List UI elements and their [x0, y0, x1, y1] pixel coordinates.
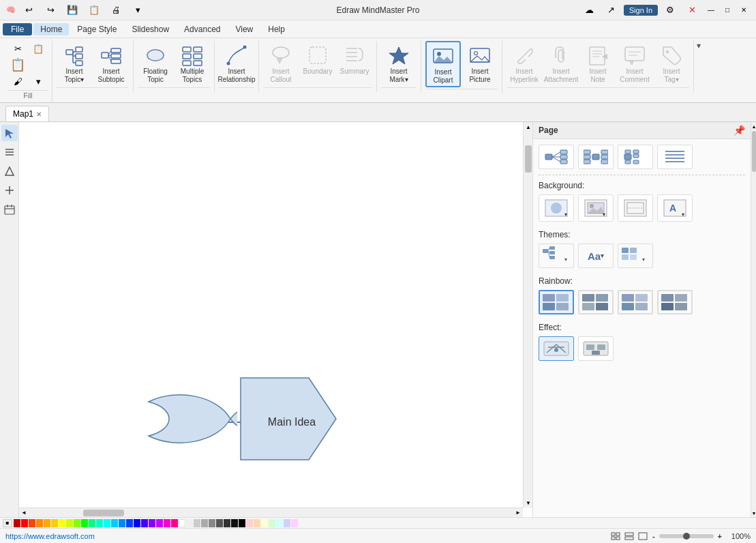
- minimize-button[interactable]: —: [704, 5, 718, 16]
- effect-item-2[interactable]: [578, 336, 614, 361]
- scroll-right-arrow[interactable]: ►: [513, 508, 523, 518]
- map1-tab[interactable]: Map1 ✕: [5, 106, 49, 121]
- color-swatch[interactable]: [246, 519, 253, 527]
- theme-color-item[interactable]: ▾: [618, 244, 653, 268]
- color-swatch[interactable]: [216, 519, 223, 527]
- canvas[interactable]: Main Idea ▲ ▼ ◄ ►: [19, 122, 532, 517]
- color-swatch[interactable]: [96, 519, 103, 527]
- main-idea-text[interactable]: Main Idea: [244, 395, 339, 450]
- insert-mark-button[interactable]: InsertMark▾: [381, 41, 417, 86]
- scroll-thumb-h[interactable]: [83, 510, 124, 516]
- zoom-out-btn[interactable]: -: [652, 532, 655, 540]
- color-swatch[interactable]: [21, 519, 28, 527]
- color-swatch[interactable]: [254, 519, 260, 527]
- layout-icon-3[interactable]: [618, 145, 653, 169]
- insert-subtopic-button[interactable]: InsertSubtopic: [93, 41, 129, 86]
- color-swatch[interactable]: [44, 519, 50, 527]
- insert-topic-button[interactable]: InsertTopic▾: [57, 41, 92, 86]
- color-swatch[interactable]: [134, 519, 140, 527]
- rainbow-item-4[interactable]: [657, 290, 693, 314]
- slideshow-menu[interactable]: Slideshow: [125, 23, 176, 35]
- share-button[interactable]: ↗: [602, 3, 621, 18]
- color-swatch[interactable]: [291, 519, 298, 527]
- color-swatch[interactable]: [74, 519, 80, 527]
- color-swatch[interactable]: [29, 519, 35, 527]
- view-icon-1[interactable]: [610, 531, 621, 541]
- color-swatch[interactable]: [156, 519, 163, 527]
- advanced-menu[interactable]: Advanced: [177, 23, 227, 35]
- color-swatch[interactable]: [194, 519, 200, 527]
- insert-clipart-button[interactable]: InsertClipart: [425, 41, 461, 87]
- insert-picture-button[interactable]: InsertPicture: [462, 41, 498, 86]
- color-swatch[interactable]: [269, 519, 275, 527]
- settings-button[interactable]: ⚙: [661, 3, 680, 18]
- insert-note-button[interactable]: InsertNote: [580, 41, 616, 86]
- home-menu[interactable]: Home: [33, 23, 69, 35]
- zoom-thumb[interactable]: [683, 533, 690, 540]
- insert-hyperlink-button[interactable]: InsertHyperlink: [506, 41, 542, 86]
- color-swatch[interactable]: [104, 519, 110, 527]
- pointer-tool[interactable]: [1, 125, 18, 141]
- map1-tab-close[interactable]: ✕: [36, 111, 42, 118]
- cloud-button[interactable]: ☁: [580, 3, 599, 18]
- insert-tag-button[interactable]: InsertTag▾: [654, 41, 689, 86]
- rainbow-item-1[interactable]: [539, 290, 574, 314]
- page-style-menu[interactable]: Page Style: [70, 23, 123, 35]
- color-swatch[interactable]: [59, 519, 65, 527]
- color-swatch[interactable]: [119, 519, 125, 527]
- scroll-up-arrow[interactable]: ▲: [524, 122, 532, 132]
- panel-scroll-up[interactable]: ▲: [751, 122, 756, 130]
- color-swatch[interactable]: [209, 519, 215, 527]
- color-swatch[interactable]: [284, 519, 290, 527]
- ribbon-more-button[interactable]: ▾: [694, 41, 704, 50]
- panel-pin-button[interactable]: 📌: [734, 125, 745, 136]
- format-paint-button[interactable]: 🖌: [8, 74, 27, 89]
- panel-scroll-down[interactable]: ▼: [751, 509, 756, 517]
- color-swatch-red[interactable]: [14, 519, 20, 527]
- copy-button[interactable]: 📋: [29, 41, 48, 56]
- background-text-item[interactable]: A ▾: [657, 194, 693, 222]
- insert-relationship-button[interactable]: InsertRelationship: [219, 41, 254, 86]
- scroll-thumb-v[interactable]: [525, 145, 532, 173]
- vertical-scrollbar[interactable]: ▲ ▼: [523, 122, 532, 508]
- color-swatch[interactable]: [231, 519, 238, 527]
- color-swatch-black[interactable]: [239, 519, 245, 527]
- zoom-slider[interactable]: [659, 534, 714, 538]
- theme-grid-item[interactable]: ▾: [539, 244, 574, 268]
- effect-item-1[interactable]: [539, 336, 574, 361]
- paste-options-button[interactable]: ▾: [29, 74, 48, 89]
- calendar-tool[interactable]: [1, 201, 18, 218]
- floating-topic-button[interactable]: FloatingTopic: [138, 41, 173, 86]
- print-button[interactable]: 🖨: [106, 3, 125, 18]
- background-image-item[interactable]: ▾: [578, 194, 614, 222]
- color-swatch[interactable]: [276, 519, 283, 527]
- undo-button[interactable]: ↩: [19, 3, 38, 18]
- help-button[interactable]: ✕: [682, 3, 701, 18]
- color-swatch[interactable]: [261, 519, 268, 527]
- boundary-button[interactable]: Boundary: [300, 41, 335, 86]
- view-icon-2[interactable]: [624, 531, 635, 541]
- list-view-tool[interactable]: [1, 144, 18, 160]
- summary-button[interactable]: Summary: [337, 41, 372, 86]
- layout-icon-2[interactable]: [578, 145, 614, 169]
- color-swatch[interactable]: [111, 519, 118, 527]
- quick-access-more[interactable]: ▾: [128, 3, 147, 18]
- theme-font-item[interactable]: Aa▾: [578, 244, 614, 268]
- color-swatch[interactable]: [51, 519, 58, 527]
- color-swatch[interactable]: [141, 519, 148, 527]
- color-swatch[interactable]: [149, 519, 155, 527]
- shape-tool[interactable]: [1, 163, 18, 179]
- cut-button[interactable]: ✂: [8, 41, 27, 56]
- view-menu[interactable]: View: [228, 23, 260, 35]
- color-swatch[interactable]: [36, 519, 43, 527]
- maximize-button[interactable]: □: [721, 5, 734, 16]
- view-icon-3[interactable]: [637, 531, 648, 541]
- color-swatch[interactable]: [201, 519, 208, 527]
- file-menu[interactable]: File: [3, 23, 32, 35]
- fill-label[interactable]: ■: [3, 519, 12, 527]
- sign-in-button[interactable]: Sign In: [624, 5, 658, 16]
- layout-icon-4[interactable]: [657, 145, 693, 169]
- quick-access-button[interactable]: 📋: [85, 3, 104, 18]
- scroll-left-arrow[interactable]: ◄: [19, 508, 29, 518]
- background-color-item[interactable]: ▾: [539, 194, 574, 222]
